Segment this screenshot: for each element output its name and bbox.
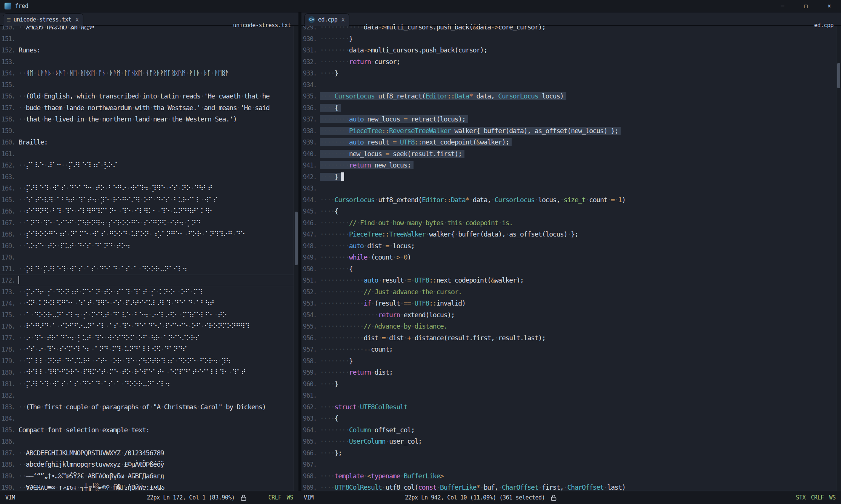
code-line-943[interactable]: 943. xyxy=(301,183,841,194)
code-line-157[interactable]: 157.··bude·thaem·lande·northweardum·with… xyxy=(0,102,298,114)
scrollbar-thumb[interactable] xyxy=(295,212,298,265)
code-line-164[interactable]: 164.··⡍⠜⠇⠑⠹·⠺⠁⠎·⠙⠑⠁⠙⠒·⠞⠕·⠃⠑⠛⠔·⠺⠊⠹⠲·⡹⠻⠑·⠊… xyxy=(0,183,298,194)
code-line-957[interactable]: 957.············--count; xyxy=(301,344,841,355)
code-line-168[interactable]: 168.··⡎⠊⠗⠕⠕⠛⠑⠰⠎·⠝⠁⠍⠑·⠺⠁⠎·⠛⠕⠕⠙·⠥⠏⠕⠝·⠰⡡⠁⠝⠛… xyxy=(0,229,298,240)
code-line-176[interactable]: 176.··⠗⠑⠛⠜⠙·⠁·⠊⠕⠋⠋⠔⠤⠝⠁⠊⠇·⠁⠎·⠹⠑·⠙⠑⠁⠙⠑⠌·⠏⠊… xyxy=(0,321,298,332)
code-line-173[interactable]: 173.··⡍⠔⠙⠖·⡊·⠙⠕⠝⠰⠞·⠍⠑⠁⠝·⠞⠕·⠎⠁⠹·⠹⠁⠞·⡊·⠅⠝⠪… xyxy=(0,286,298,298)
code-line-163[interactable]: 163. xyxy=(0,171,298,183)
code-line-189[interactable]: 189.··–—‘“”„†•…‰™œŠŸž€·ΑΒΓΔΩαβγδω·АБВГДа… xyxy=(0,470,298,482)
code-line-967[interactable]: 967. xyxy=(301,459,841,470)
code-line-165[interactable]: 165.··⠱⠁⠞⠑⠧⠻·⠁⠃⠳⠞·⠹⠁⠞⠲·⡹⠑·⠗⠑⠛⠊⠌⠻·⠕⠋·⠙⠊⠎·… xyxy=(0,194,298,206)
code-line-953[interactable]: 953.············if·(result·==·UTF8::inva… xyxy=(301,298,841,309)
tab-close-icon[interactable]: X xyxy=(75,17,78,23)
text-buffer-unicode-stress[interactable]: 150.··እግርህን·በፍራሽህ·ልክ·ዘርጋ።151.152.Runes:1… xyxy=(0,12,298,491)
line-number: 963. xyxy=(301,413,320,424)
code-line-181[interactable]: 181.··⡍⠜⠇⠑⠹·⠺⠁⠎·⠁⠎·⠙⠑⠁⠙·⠁⠎·⠁·⠙⠕⠕⠗⠤⠝⠁⠊⠇⠲ xyxy=(0,378,298,390)
code-line-166[interactable]: 166.··⠎⠊⠛⠝⠫·⠃⠹·⠹⠑·⠊⠇⠻⠛⠹⠍⠁⠝⠂·⠹⠑·⠊⠇⠻⠅⠂·⠹⠑·… xyxy=(0,206,298,217)
code-line-156[interactable]: 156.··(Old·English,·which·transcribed·in… xyxy=(0,91,298,102)
code-line-160[interactable]: 160.Braille: xyxy=(0,137,298,148)
code-line-969[interactable]: 969.····UTF8ColResult·utf8_col(const·Buf… xyxy=(301,482,841,491)
code-line-190[interactable]: 190.··∀∂∈ℝ∧∪≡∞·↑↗↨↻⇣·┐┼╔╘░►☺♀·ﬁ�⑀₂ἠḂӥẄɐː… xyxy=(0,482,298,491)
code-line-930[interactable]: 930.········} xyxy=(301,33,841,45)
code-line-933[interactable]: 933.····} xyxy=(301,68,841,79)
code-line-954[interactable]: 954.················return·extend(locus)… xyxy=(301,309,841,321)
scrollbar-thumb[interactable] xyxy=(837,63,840,89)
pane-divider[interactable] xyxy=(298,12,301,491)
code-line-153[interactable]: 153. xyxy=(0,56,298,68)
code-line-152[interactable]: 152.Runes: xyxy=(0,45,298,56)
code-line-932[interactable]: 932.········return·cursor; xyxy=(301,56,841,68)
text-buffer-ed-cpp[interactable]: 929.············data->multi_cursors.push… xyxy=(301,12,841,491)
code-line-959[interactable]: 959.········return·dist; xyxy=(301,367,841,378)
code-line-952[interactable]: 952.············//·Just·advance·the·curs… xyxy=(301,286,841,298)
code-line-162[interactable]: 162.··⡌⠁⠧⠑·⠼⠁⠒··⡍⠜⠇⠑⠹⠰⠎·⡣⠕⠌ xyxy=(0,160,298,171)
code-line-183[interactable]: 183.··(The·first·couple·of·paragraphs·of… xyxy=(0,401,298,413)
right-scrollbar[interactable] xyxy=(836,26,841,491)
line-text xyxy=(18,56,298,68)
code-line-966[interactable]: 966.····}; xyxy=(301,447,841,459)
code-line-941[interactable]: 941.········return·new_locus; xyxy=(301,160,841,171)
code-line-938[interactable]: 938.········PieceTree::ReverseTreeWalker… xyxy=(301,125,841,137)
code-line-956[interactable]: 956.············dist·=·dist·+·distance(r… xyxy=(301,332,841,344)
code-line-172[interactable]: 172. xyxy=(0,275,298,286)
code-line-961[interactable]: 961. xyxy=(301,390,841,401)
code-line-963[interactable]: 963.····{ xyxy=(301,413,841,424)
code-line-174[interactable]: 174.··⠪⠝·⠅⠝⠪⠇⠫⠛⠑⠂·⠱⠁⠞·⠹⠻⠑·⠊⠎·⠏⠜⠞⠊⠊⠥⠇⠜⠇⠹·… xyxy=(0,298,298,309)
pane-unicode-stress: 150.··እግርህን·በፍራሽህ·ልክ·ዘርጋ።151.152.Runes:1… xyxy=(0,12,298,491)
code-line-947[interactable]: 947.········PieceTree::TreeWalker·walker… xyxy=(301,229,841,240)
code-line-939[interactable]: 939.········auto·result·=·UTF8::next_cod… xyxy=(301,137,841,148)
code-line-964[interactable]: 964.········Column·offset_col; xyxy=(301,424,841,436)
code-line-958[interactable]: 958.········} xyxy=(301,355,841,367)
line-number: 182. xyxy=(0,390,18,401)
left-scrollbar[interactable] xyxy=(294,26,298,491)
code-line-951[interactable]: 951.············auto·result·=·UTF8::next… xyxy=(301,275,841,286)
code-line-955[interactable]: 955.············//·Advance·by·distance. xyxy=(301,321,841,332)
code-line-171[interactable]: 171.··⡕⠇⠙·⡍⠜⠇⠑⠹·⠺⠁⠎·⠁⠎·⠙⠑⠁⠙·⠁⠎·⠁·⠙⠕⠕⠗⠤⠝⠁… xyxy=(0,263,298,275)
code-line-935[interactable]: 935.····CursorLocus·utf8_retract(Editor:… xyxy=(301,91,841,102)
code-line-940[interactable]: 940.········new_locus·=·seek(result.firs… xyxy=(301,148,841,160)
code-line-161[interactable]: 161. xyxy=(0,148,298,160)
code-line-960[interactable]: 960.····} xyxy=(301,378,841,390)
code-line-186[interactable]: 186. xyxy=(0,436,298,447)
code-line-949[interactable]: 949.········while·(count·>·0) xyxy=(301,252,841,263)
code-line-169[interactable]: 169.··⠡⠕⠎⠑·⠞⠕·⠏⠥⠞·⠙⠊⠎·⠙⠁⠝⠙·⠞⠕⠲ xyxy=(0,240,298,252)
code-line-185[interactable]: 185.Compact·font·selection·example·text: xyxy=(0,424,298,436)
code-line-159[interactable]: 159. xyxy=(0,125,298,137)
maximize-button[interactable]: □ xyxy=(794,0,818,12)
code-line-184[interactable]: 184. xyxy=(0,413,298,424)
code-line-170[interactable]: 170. xyxy=(0,252,298,263)
code-line-151[interactable]: 151. xyxy=(0,33,298,45)
code-line-182[interactable]: 182. xyxy=(0,390,298,401)
close-button[interactable]: × xyxy=(818,0,841,12)
code-line-946[interactable]: 946.········//·Find·out·how·many·bytes·t… xyxy=(301,217,841,229)
code-line-948[interactable]: 948.········auto·dist·=·locus; xyxy=(301,240,841,252)
tab-unicode-stress-txt[interactable]: ≡ unicode-stress.txt X xyxy=(3,13,83,26)
code-line-937[interactable]: 937.········auto·new_locus·=·retract(loc… xyxy=(301,114,841,125)
code-line-934[interactable]: 934. xyxy=(301,79,841,91)
code-line-188[interactable]: 188.··abcdefghijklmnopqrstuvwxyz·£©µÀÆÖÞ… xyxy=(0,459,298,470)
code-line-175[interactable]: 175.··⠁·⠙⠕⠕⠗⠤⠝⠁⠊⠇⠲·⡊·⠍⠊⠣⠞·⠙⠁⠧⠑·⠃⠑⠲·⠔⠊⠇⠔⠫… xyxy=(0,309,298,321)
code-line-950[interactable]: 950.········{ xyxy=(301,263,841,275)
code-line-965[interactable]: 965.········UserColumn·user_col; xyxy=(301,436,841,447)
code-line-158[interactable]: 158.··that·he·lived·in·the·northern·land… xyxy=(0,114,298,125)
code-line-177[interactable]: 177.··⠔·⠹⠑·⠞⠗⠁⠙⠑⠲·⡃⠥⠞·⠹⠑·⠺⠊⠎⠙⠕⠍·⠕⠋·⠳⠗·⠁⠝… xyxy=(0,332,298,344)
tab-ed-cpp[interactable]: C+ ed.cpp X xyxy=(304,13,349,26)
code-line-931[interactable]: 931.········data->multi_cursors.push_bac… xyxy=(301,45,841,56)
code-line-154[interactable]: 154.··ᚻᛖ·ᚳᚹᚫᚦ·ᚦᚫᛏ·ᚻᛖ·ᛒᚢᛞᛖ·ᚩᚾ·ᚦᚫᛗ·ᛚᚪᚾᛞᛖ·ᚾ… xyxy=(0,68,298,79)
code-line-180[interactable]: 180.··⠺⠊⠇⠇·⠹⠻⠑⠋⠕⠗⠑·⠏⠻⠍⠊⠞·⠍⠑·⠞⠕·⠗⠑⠏⠑⠁⠞⠂·⠑… xyxy=(0,367,298,378)
minimize-button[interactable]: ─ xyxy=(771,0,794,12)
code-line-178[interactable]: 178.··⠊⠎·⠔·⠹⠑·⠎⠊⠍⠊⠇⠑⠆·⠁⠝⠙·⠍⠹·⠥⠝⠙⠁⠇⠇⠪⠫·⠙⠁… xyxy=(0,344,298,355)
code-line-968[interactable]: 968.····template·<typename·BufferLike> xyxy=(301,470,841,482)
code-line-155[interactable]: 155. xyxy=(0,79,298,91)
code-line-187[interactable]: 187.··ABCDEFGHIJKLMNOPQRSTUVWXYZ·/012345… xyxy=(0,447,298,459)
code-line-962[interactable]: 962.····struct·UTF8ColResult xyxy=(301,401,841,413)
code-line-929[interactable]: 929.············data->multi_cursors.push… xyxy=(301,22,841,33)
code-line-942[interactable]: 942.····} xyxy=(301,171,841,183)
code-line-179[interactable]: 179.··⠩⠁⠇⠇·⠝⠕⠞·⠙⠊⠌⠥⠗⠃·⠊⠞⠂·⠕⠗·⠹⠑·⡊⠳⠝⠞⠗⠹⠰⠎… xyxy=(0,355,298,367)
tab-close-icon[interactable]: X xyxy=(341,17,344,23)
code-line-167[interactable]: 167.··⠁⠝⠙·⠹⠑·⠡⠊⠑⠋·⠍⠳⠗⠝⠻⠲·⡎⠊⠗⠕⠕⠛⠑·⠎⠊⠛⠝⠫·⠊… xyxy=(0,217,298,229)
code-line-944[interactable]: 944.····CursorLocus·utf8_extend(Editor::… xyxy=(301,194,841,206)
code-line-936[interactable]: 936.····{ xyxy=(301,102,841,114)
line-number: 933. xyxy=(301,68,320,79)
code-line-945[interactable]: 945.····{ xyxy=(301,206,841,217)
